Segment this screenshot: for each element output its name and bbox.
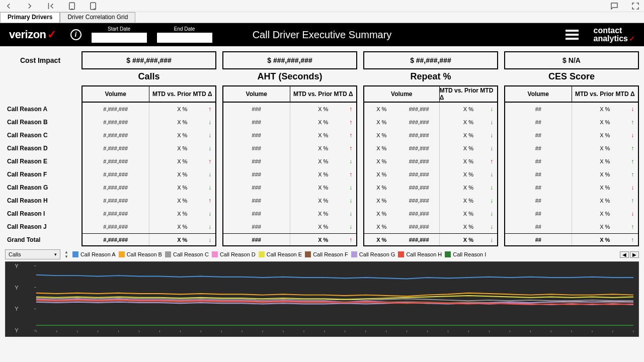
- table-row: #,###,###X %↓: [82, 220, 216, 233]
- arrow-down-icon: ↓: [490, 197, 493, 204]
- row-label: Call Reason F: [5, 168, 75, 181]
- table-row: ###X %↓: [222, 207, 357, 220]
- cell-delta: X %↓: [149, 142, 216, 155]
- row-label: Call Reason B: [5, 116, 75, 129]
- arrow-up-icon: ↑: [631, 158, 634, 165]
- table-row: #,###,###X %↑: [82, 194, 216, 207]
- cell-count: ###,###: [399, 234, 440, 245]
- legend-item[interactable]: Call Reason H: [398, 251, 442, 257]
- cell-volume: ###: [223, 155, 290, 168]
- start-date-input[interactable]: [92, 33, 147, 43]
- legend-item[interactable]: Call Reason F: [305, 251, 348, 257]
- arrow-up-icon: ↑: [208, 197, 211, 204]
- table-row: ##X %↑: [504, 155, 639, 168]
- cell-volume: ##: [505, 181, 572, 194]
- legend-item[interactable]: Call Reason B: [119, 251, 162, 257]
- legend-prev-icon[interactable]: ◀: [620, 251, 629, 258]
- row-label: Call Reason E: [5, 155, 75, 168]
- menu-icon[interactable]: [566, 28, 579, 42]
- cell-delta: X %↑: [572, 194, 638, 207]
- table-row: ###X %↑: [222, 116, 357, 129]
- cost-impact-row: Cost Impact $ ###,###,### $ ###,###,### …: [0, 46, 644, 71]
- cell-volume: #,###,###: [83, 220, 149, 233]
- col-volume: Volume: [364, 86, 440, 102]
- cell-volume: ##: [505, 129, 572, 142]
- cost-box-3: $ ##,###,###: [363, 51, 498, 69]
- legend-label: Call Reason H: [406, 251, 442, 257]
- cell-volume: #,###,###: [83, 103, 149, 116]
- tab-primary-drivers[interactable]: Primary Drivers: [0, 12, 60, 23]
- row-label: Call Reason G: [5, 181, 75, 194]
- cost-box-4: $ N/A: [504, 51, 639, 69]
- fullscreen-icon[interactable]: [631, 2, 640, 11]
- pause-refresh-icon[interactable]: [89, 2, 98, 11]
- comment-icon[interactable]: [610, 2, 619, 11]
- legend-item[interactable]: Call Reason C: [165, 251, 209, 257]
- table-row-total: X %###,###X %↓: [363, 233, 498, 246]
- cell-delta: X %↑: [290, 116, 357, 129]
- arrow-up-icon: ↑: [631, 171, 634, 178]
- table-row: #,###,###X %↓: [82, 207, 216, 220]
- legend-item[interactable]: Call Reason E: [259, 251, 302, 257]
- row-label: Call Reason D: [5, 142, 75, 155]
- arrow-down-icon: ↓: [349, 158, 352, 165]
- chart-metric-dropdown[interactable]: Calls: [5, 249, 60, 259]
- cell-delta: X %↑: [149, 194, 216, 207]
- table-row: ###X %↓: [222, 155, 357, 168]
- arrow-down-icon: ↓: [490, 145, 493, 152]
- legend-item[interactable]: Call Reason D: [212, 251, 256, 257]
- forward-icon[interactable]: [25, 2, 34, 11]
- cell-delta: X %↓: [149, 220, 216, 233]
- metric-title-repeat: Repeat %: [363, 71, 498, 85]
- legend-item[interactable]: Call Reason A: [72, 251, 116, 257]
- col-delta: MTD vs. Prior MTD Δ: [572, 86, 638, 102]
- cell-pct: X %: [364, 116, 399, 129]
- cell-count: ###,###: [399, 155, 440, 168]
- cell-delta: X %↓: [440, 103, 497, 116]
- svg-rect-1: [69, 3, 75, 10]
- svg-text:Y: Y: [15, 285, 19, 291]
- cell-delta: X %↑: [440, 155, 497, 168]
- cell-delta: X %↓: [149, 116, 216, 129]
- cell-volume: ##: [505, 207, 572, 220]
- info-icon[interactable]: i: [70, 29, 82, 40]
- table-row: ##X %↑: [504, 194, 639, 207]
- cell-volume: ###: [223, 207, 290, 220]
- cell-pct: X %: [364, 194, 399, 207]
- arrow-down-icon: ↓: [349, 184, 352, 191]
- first-page-icon[interactable]: [46, 2, 55, 11]
- legend-next-icon[interactable]: ▶: [630, 251, 639, 258]
- legend-item[interactable]: Call Reason I: [445, 251, 486, 257]
- refresh-icon[interactable]: [67, 2, 76, 11]
- cell-delta: X %↓: [149, 207, 216, 220]
- legend-swatch-icon: [165, 251, 171, 257]
- cell-delta: X %↓: [290, 207, 357, 220]
- legend-item[interactable]: Call Reason G: [351, 251, 395, 257]
- verizon-check-icon: ✓: [47, 28, 56, 41]
- arrow-up-icon: ↑: [349, 119, 352, 126]
- arrow-down-icon: ↓: [490, 106, 493, 113]
- cell-volume: ###: [223, 181, 290, 194]
- arrow-down-icon: ↓: [490, 223, 493, 230]
- cell-delta: X %↓: [149, 129, 216, 142]
- legend-label: Call Reason F: [313, 251, 348, 257]
- legend-label: Call Reason A: [80, 251, 116, 257]
- tab-correlation-grid[interactable]: Driver Correlation Grid: [60, 12, 135, 23]
- back-icon[interactable]: [4, 2, 13, 11]
- legend-swatch-icon: [445, 251, 451, 257]
- col-volume: Volume: [505, 86, 572, 102]
- legend-label: Call Reason I: [453, 251, 486, 257]
- arrow-down-icon: ↓: [490, 236, 493, 243]
- cell-volume: ##: [505, 234, 572, 245]
- arrow-down-icon: ↓: [490, 171, 493, 178]
- table-row: ##X %↑: [504, 142, 639, 155]
- metrics-grid: Call Reason ACall Reason BCall Reason CC…: [0, 71, 644, 246]
- table-row: ##X %↓: [504, 207, 639, 220]
- end-date-label: End Date: [157, 27, 212, 32]
- end-date-input[interactable]: [157, 33, 212, 43]
- cell-delta: X %↓: [440, 168, 497, 181]
- legend-swatch-icon: [72, 251, 78, 257]
- arrow-down-icon: ↓: [208, 132, 211, 139]
- chart-spinner[interactable]: ▲▼: [64, 250, 68, 259]
- arrow-down-icon: ↓: [208, 145, 211, 152]
